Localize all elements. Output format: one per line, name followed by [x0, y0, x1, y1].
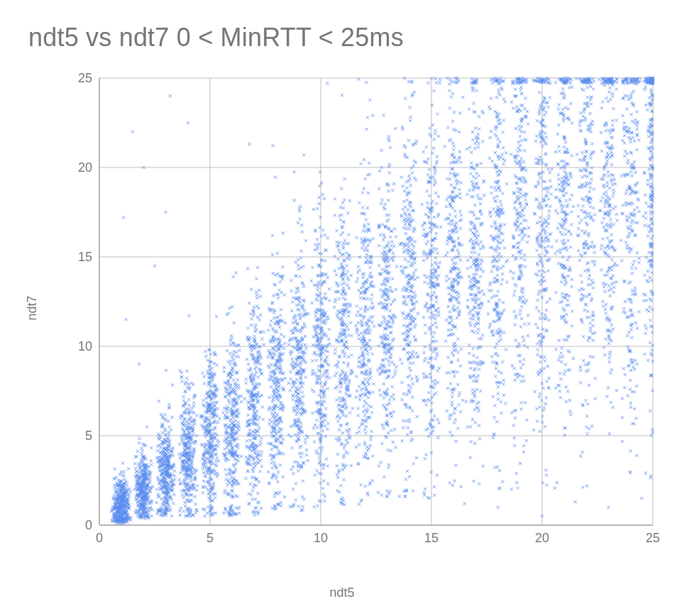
y-tick-label: 10	[78, 339, 92, 353]
y-axis-label: ndt7	[25, 295, 40, 320]
y-tick-label: 25	[78, 71, 92, 85]
x-tick-label: 20	[535, 531, 549, 545]
x-tick-label: 15	[424, 531, 438, 545]
x-tick-label: 25	[646, 531, 660, 545]
chart-container: ndt5 vs ndt7 0 < MinRTT < 25ms ndt7 ndt5…	[0, 0, 684, 616]
axes	[99, 78, 653, 525]
y-tick-label: 20	[78, 160, 92, 175]
x-tick-label: 10	[314, 531, 328, 545]
scatter-plot: 05101520250510152025	[71, 71, 660, 554]
x-tick-label: 0	[96, 531, 103, 545]
data-points	[110, 77, 654, 524]
y-tick-label: 15	[78, 250, 92, 264]
x-axis-label: ndt5	[329, 585, 354, 600]
y-tick-label: 5	[85, 429, 92, 443]
gridlines	[99, 78, 653, 525]
y-tick-label: 0	[85, 518, 92, 532]
chart-title: ndt5 vs ndt7 0 < MinRTT < 25ms	[28, 23, 404, 53]
plot-area: 05101520250510152025	[71, 71, 660, 554]
x-tick-label: 5	[206, 531, 214, 545]
